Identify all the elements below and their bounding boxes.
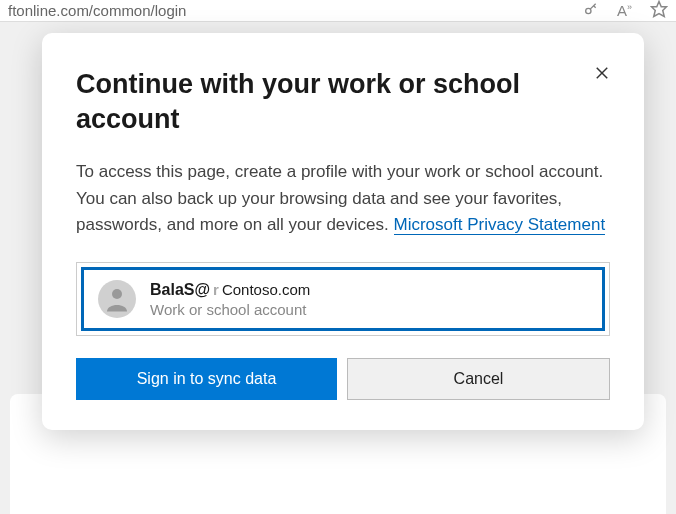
account-text: BalaS@rContoso.com Work or school accoun… bbox=[150, 281, 310, 318]
account-email: BalaS@rContoso.com bbox=[150, 281, 310, 299]
account-type-label: Work or school account bbox=[150, 301, 310, 318]
dialog-button-row: Sign in to sync data Cancel bbox=[76, 358, 610, 400]
dialog-body: To access this page, create a profile wi… bbox=[76, 159, 610, 238]
avatar bbox=[98, 280, 136, 318]
text-size-icon[interactable]: A» bbox=[617, 2, 632, 19]
url-text: ftonline.com/common/login bbox=[8, 2, 583, 19]
privacy-statement-link[interactable]: Microsoft Privacy Statement bbox=[394, 215, 606, 235]
key-icon[interactable] bbox=[583, 1, 599, 20]
email-domain: Contoso.com bbox=[222, 281, 310, 298]
favorite-star-icon[interactable] bbox=[650, 0, 668, 21]
close-button[interactable] bbox=[588, 59, 616, 87]
account-card[interactable]: BalaS@rContoso.com Work or school accoun… bbox=[76, 262, 610, 336]
person-icon bbox=[102, 284, 132, 314]
svg-marker-1 bbox=[652, 2, 667, 17]
svg-point-4 bbox=[112, 289, 122, 299]
sign-in-button[interactable]: Sign in to sync data bbox=[76, 358, 337, 400]
toolbar-icons: A» bbox=[583, 0, 668, 21]
browser-address-bar: ftonline.com/common/login A» bbox=[0, 0, 676, 22]
dialog-title: Continue with your work or school accoun… bbox=[76, 67, 610, 137]
email-faded: r bbox=[213, 281, 219, 298]
profile-sync-dialog: Continue with your work or school accoun… bbox=[42, 33, 644, 430]
email-prefix: BalaS@ bbox=[150, 281, 210, 299]
cancel-button[interactable]: Cancel bbox=[347, 358, 610, 400]
close-icon bbox=[593, 64, 611, 82]
account-card-inner: BalaS@rContoso.com Work or school accoun… bbox=[81, 267, 605, 331]
